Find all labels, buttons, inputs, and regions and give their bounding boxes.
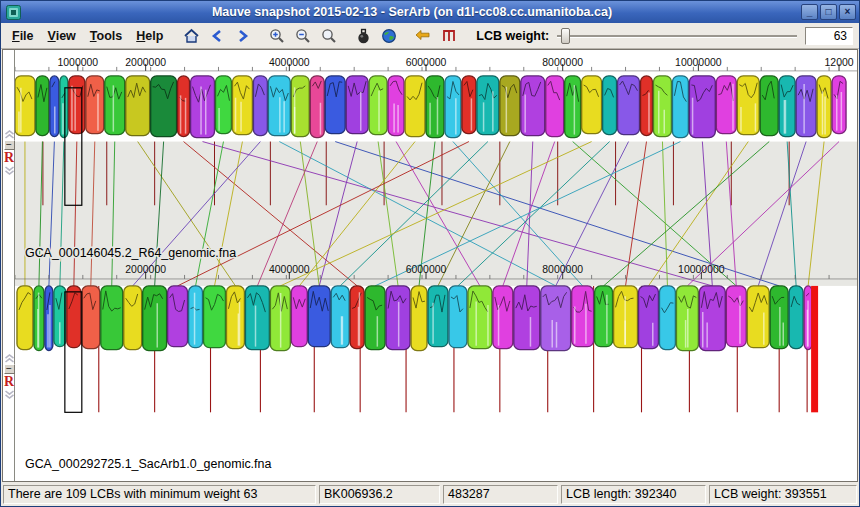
slider-thumb[interactable] xyxy=(561,28,570,44)
lcb-block[interactable] xyxy=(178,76,190,137)
lcb-block[interactable] xyxy=(82,286,100,349)
lcb-block[interactable] xyxy=(369,76,387,135)
lcb-block[interactable] xyxy=(204,286,226,348)
lcb-block[interactable] xyxy=(232,76,252,135)
lcb-block[interactable] xyxy=(151,76,177,137)
lcb-block[interactable] xyxy=(672,76,688,138)
lcb-block[interactable] xyxy=(331,286,349,348)
lcb-block[interactable] xyxy=(189,286,203,348)
lcb-block[interactable] xyxy=(804,286,812,350)
lcb-block[interactable] xyxy=(514,286,540,350)
lcb-block[interactable] xyxy=(226,286,244,349)
lcb-weight-value[interactable]: 63 xyxy=(805,27,853,45)
lcb-block[interactable] xyxy=(659,286,675,350)
zoom-reset-button[interactable] xyxy=(317,25,341,47)
maximize-button[interactable]: □ xyxy=(820,4,837,20)
lcb-block[interactable] xyxy=(60,76,68,138)
lcb-block[interactable] xyxy=(789,286,803,349)
lcb-block[interactable] xyxy=(546,76,564,137)
lcb-block[interactable] xyxy=(595,286,613,347)
lcb-block[interactable] xyxy=(428,286,448,347)
lcb-weight-slider[interactable] xyxy=(555,27,799,45)
lcb-block[interactable] xyxy=(253,76,267,136)
title-bar[interactable]: Mauve snapshot 2015-02-13 - SerArb (on d… xyxy=(1,1,859,23)
lcb-block[interactable] xyxy=(493,286,513,349)
lcb-block[interactable] xyxy=(124,286,142,350)
scroll-up-icon[interactable] xyxy=(4,354,15,363)
lcb-block[interactable] xyxy=(521,76,545,136)
lcb-block[interactable] xyxy=(291,76,309,137)
lcb-block[interactable] xyxy=(308,286,330,347)
lcb-block[interactable] xyxy=(796,76,816,137)
zoom-in-button[interactable] xyxy=(265,25,289,47)
lcb-block[interactable] xyxy=(168,286,188,347)
lcb-block[interactable] xyxy=(36,76,49,136)
lcb-block[interactable] xyxy=(653,76,671,137)
lcb-block[interactable] xyxy=(411,286,427,351)
scroll-down-icon[interactable] xyxy=(4,166,15,175)
lcb-block[interactable] xyxy=(699,286,725,351)
lcb-block[interactable] xyxy=(388,76,404,136)
lcb-block[interactable] xyxy=(676,286,698,351)
lcb-block[interactable] xyxy=(405,76,425,137)
lcb-block[interactable] xyxy=(126,76,150,136)
undo-button[interactable] xyxy=(411,25,435,47)
lcb-block[interactable] xyxy=(603,76,617,135)
home-button[interactable] xyxy=(179,25,203,47)
lcb-block[interactable] xyxy=(105,76,125,135)
scroll-up-icon[interactable] xyxy=(4,130,15,139)
lcb-block[interactable] xyxy=(565,76,581,138)
close-button[interactable]: × xyxy=(839,4,856,20)
lcb-block[interactable] xyxy=(15,76,35,136)
lcb-block[interactable] xyxy=(614,286,638,348)
lcb-block[interactable] xyxy=(86,76,104,134)
lcb-block[interactable] xyxy=(365,286,385,350)
lcb-block[interactable] xyxy=(325,76,345,134)
lcb-block[interactable] xyxy=(270,286,290,351)
lcb-block[interactable] xyxy=(779,76,795,137)
lcb-boundary-button[interactable] xyxy=(437,25,461,47)
zoom-out-button[interactable] xyxy=(291,25,315,47)
lcb-block[interactable] xyxy=(346,76,368,134)
zoom-strip-button[interactable]: − xyxy=(4,364,15,374)
lcb-block[interactable] xyxy=(449,286,467,348)
lcb-block[interactable] xyxy=(350,286,364,349)
lcb-block[interactable] xyxy=(445,76,461,138)
alignment-canvas[interactable]: 1000000200000040000006000000800000010000… xyxy=(3,50,857,481)
lcb-block[interactable] xyxy=(54,286,66,347)
menu-file[interactable]: File xyxy=(5,29,41,43)
lcb-block[interactable] xyxy=(639,286,659,349)
lcb-block[interactable] xyxy=(17,286,33,350)
orthology-globe-button[interactable] xyxy=(377,25,401,47)
lcb-block[interactable] xyxy=(245,286,269,350)
lcb-block[interactable] xyxy=(426,76,444,138)
lcb-block[interactable] xyxy=(500,76,520,136)
lcb-block[interactable] xyxy=(386,286,410,350)
lcb-block[interactable] xyxy=(310,76,324,138)
lcb-block[interactable] xyxy=(216,76,232,134)
lcb-block[interactable] xyxy=(641,76,653,136)
weight-button[interactable] xyxy=(351,25,375,47)
lcb-block[interactable] xyxy=(817,76,831,138)
lcb-block[interactable] xyxy=(291,286,307,347)
lcb-block[interactable] xyxy=(541,286,571,351)
minimize-button[interactable]: _ xyxy=(801,4,818,20)
menu-view[interactable]: View xyxy=(41,29,83,43)
reverse-complement-button[interactable]: R xyxy=(4,375,14,389)
menu-tools[interactable]: Tools xyxy=(83,29,129,43)
lcb-block[interactable] xyxy=(832,76,846,134)
lcb-block[interactable] xyxy=(770,286,788,349)
forward-button[interactable] xyxy=(231,25,255,47)
lcb-block[interactable] xyxy=(143,286,167,351)
scroll-down-icon[interactable] xyxy=(4,390,15,399)
alignment-panel[interactable]: 1000000200000040000006000000800000010000… xyxy=(2,49,858,482)
lcb-block[interactable] xyxy=(34,286,44,351)
lcb-block[interactable] xyxy=(716,76,736,134)
lcb-block[interactable] xyxy=(268,76,290,136)
lcb-block[interactable] xyxy=(689,76,715,138)
lcb-block[interactable] xyxy=(45,286,53,351)
lcb-block[interactable] xyxy=(747,286,769,348)
lcb-block[interactable] xyxy=(101,286,123,350)
reverse-complement-button[interactable]: R xyxy=(4,151,14,165)
lcb-block[interactable] xyxy=(50,76,59,137)
